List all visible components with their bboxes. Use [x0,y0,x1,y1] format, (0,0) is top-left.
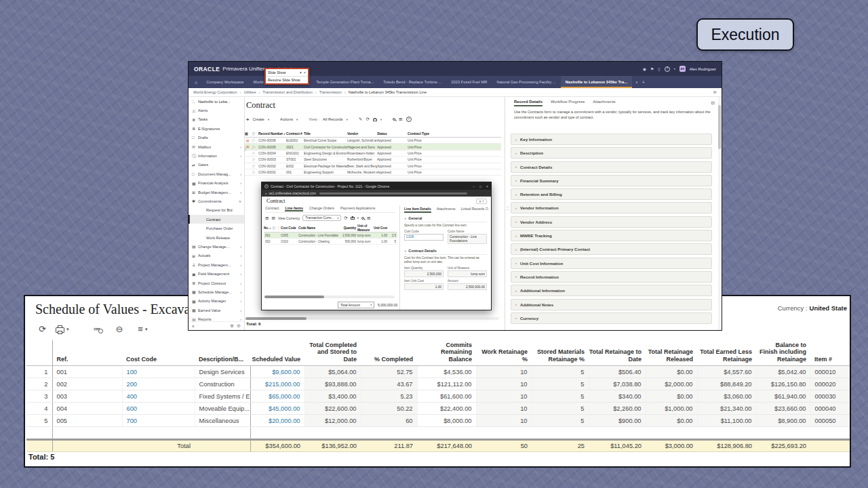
chevron-down-icon[interactable]: ▾ [380,118,382,121]
close-panel-icon[interactable]: ⊗ [713,89,717,95]
col-contract-type[interactable]: Contract Type [408,131,443,136]
chevron-down-icon[interactable]: ▾ [296,118,298,121]
chevron-down-icon[interactable]: ▾ [268,118,269,121]
sov-col-scheduled[interactable]: Scheduled Value [250,340,304,366]
sov-col-item[interactable]: Item # [810,340,851,366]
col-cost-code[interactable]: Cost Code [281,226,298,230]
sidebar-item[interactable]: Contract [189,215,244,224]
accordion-section[interactable]: › Additional Notes [511,299,712,310]
menu-button[interactable]: ≡▾ [138,325,147,333]
sidebar-item[interactable]: ▦ Schedule Manage... › [189,287,244,296]
maximize-icon[interactable]: □ [479,184,481,188]
sov-col-earned[interactable]: Total Earned Less Retainage [697,340,756,366]
sidebar-item[interactable]: ≣ E-Signatures [189,124,244,133]
sov-row[interactable]: 5 005 700 Miscellaneous $20,000.00 $12,0… [26,415,851,427]
scrollbar-thumb[interactable] [245,317,307,320]
col-vendor[interactable]: Vendor [347,131,377,136]
url-domain[interactable]: us1.unifiersales.oraclecloud.com [269,192,316,195]
accordion-section[interactable]: › Contract Details [511,161,712,173]
sov-col-storedret[interactable]: Stored Materials Retainage % [532,340,589,366]
project-tab[interactable]: Temple Generation Plant Turna... [311,76,378,88]
expand-icon[interactable]: ⊡ [486,207,488,211]
accordion-section[interactable]: › Vendor Information [511,202,712,214]
detail-field-value[interactable]: lump sum [448,270,487,277]
plus-icon[interactable]: + [246,117,249,123]
contract-row[interactable]: ⋃ CON-00003 ST002 Steel Structures Ruthe… [245,157,501,163]
sov-col-workret[interactable]: Work Retainage % [476,340,532,366]
sov-row[interactable]: 2 002 200 Construction $215,000.00 $93,8… [26,378,851,390]
sidebar-item[interactable]: ⊞ Actuals › [189,251,244,260]
accordion-section[interactable]: › Retention and Billing [511,188,712,200]
scrollbar-thumb[interactable] [264,296,324,298]
sidebar-item[interactable]: ≣ Project Closeout › [189,279,244,287]
sidebar-item[interactable]: ≣ Tasks [189,115,244,124]
chevron-down-icon[interactable]: ▾ [357,216,359,220]
create-button[interactable]: Create [252,117,264,121]
announcements-icon[interactable]: ⚑ [650,66,654,71]
project-tab[interactable]: Toledo Bend - Replace Turbine ... [378,76,446,88]
search-icon[interactable] [393,118,395,121]
sidebar-item[interactable]: □ Document Manag... › [189,169,244,178]
col-title[interactable]: Title [304,131,347,136]
accordion-section[interactable]: › Currency [511,312,712,324]
chevron-down-icon[interactable]: ▾ [674,67,675,70]
collapse-rows-icon[interactable]: ⊖ [115,325,123,333]
notifications-icon[interactable]: ◉ [643,66,646,71]
sidebar-item[interactable]: ⓘ Information › [189,151,244,160]
cost-code-input[interactable]: C005 [404,234,443,241]
col-status[interactable]: Status [377,131,408,136]
project-tab[interactable]: 2023 Fossil Fuel MR [446,76,492,88]
popup-tab[interactable]: Contract [265,206,279,210]
grid-view-icon[interactable]: ⊞ [265,216,269,221]
actions-button[interactable]: Actions [280,117,293,121]
sidebar-item[interactable]: ✱ Commitments ∨ [189,197,244,205]
expand-icon[interactable]: ⊡ [711,100,715,106]
horizontal-scrollbar[interactable] [245,317,499,320]
col-uom[interactable]: Unit of Measure [357,224,374,232]
detail-field-value[interactable]: 2,500,000 [404,270,443,277]
grid-settings-icon[interactable]: ⊞ [367,216,370,221]
close-icon[interactable]: × [304,70,306,75]
home-icon[interactable]: ⌂ [191,80,201,85]
sov-row[interactable]: 4 004 600 Moveable Equip... $45,000.00 $… [26,403,851,415]
sov-col-completed[interactable]: Total Completed and Stored to Date [304,340,361,366]
panel-drag-handle[interactable]: ⋮ [505,205,510,211]
view-selector[interactable]: All Records [323,117,343,121]
line-item-row[interactable]: 001 C005 Construction - Line Foundations… [264,232,397,239]
collapse-all-icon[interactable]: ⊖ [237,323,241,329]
refresh-icon[interactable]: ⟳ [366,117,369,122]
accordion-section[interactable]: › (Internal) Contract Primary Contact [511,243,712,255]
contract-row[interactable]: ⋃ CON-00001 001 Engineering Support McKe… [245,169,501,176]
popup-tab[interactable]: Change Orders [309,206,334,210]
resume-slideshow-item[interactable]: Resume Slide Show [266,76,308,83]
contract-row[interactable]: ⋃ CON-00002 E002 Electrical Package for … [245,163,501,169]
sidebar-item[interactable]: □ Drafts [189,134,244,142]
col-contract-num[interactable]: Contract # [286,131,304,136]
col-unit-cost[interactable]: Unit Cost [374,226,389,230]
general-section-header[interactable]: ∨ General [404,216,487,222]
accordion-section[interactable]: › Vendor Address [511,216,712,228]
sidebar-item[interactable]: ⚠ Alerts [189,106,244,115]
contract-details-section-header[interactable]: ∨ Contract Details [404,249,487,255]
refresh-icon[interactable]: ⟳ [344,216,347,221]
select-all-icon[interactable]: ▣ [245,131,252,136]
sidebar-item[interactable]: ✉ Mailbox › [189,142,244,151]
sov-row[interactable]: 3 003 400 Fixed Systems / E... $65,000.0… [26,390,851,403]
chevron-down-icon[interactable]: ▾ [347,118,348,121]
detail-field-value[interactable]: 2,500,000.00 [448,283,487,290]
currency-dropdown[interactable]: Transaction Curre...▾ [302,215,341,221]
sidebar-item[interactable]: ▦ Earned Value › [189,306,244,314]
print-button[interactable]: ▾ [56,326,69,333]
sidebar-item[interactable]: ▦ Activity Manager › [189,297,244,306]
edit-icon[interactable]: ✎ [359,117,362,122]
project-tab[interactable]: Company Workspace [201,76,248,88]
line-item-details-tab[interactable]: Attachments [437,207,456,211]
sov-col-balance[interactable]: Balance to Finish including Retainage [756,340,810,366]
contract-row[interactable]: ▤ ⋃ CON-00006 ELE002 Electrical Const Sc… [245,138,501,144]
breadcrumb-item[interactable]: World Energy Corporation [193,90,241,94]
help-icon[interactable]: ? [406,117,412,122]
avatar[interactable]: AR [679,66,686,72]
popup-tab[interactable]: Payment Applications [340,206,376,210]
minimize-icon[interactable]: – [473,184,475,188]
bookmark-icon[interactable]: ▯ [658,66,660,71]
